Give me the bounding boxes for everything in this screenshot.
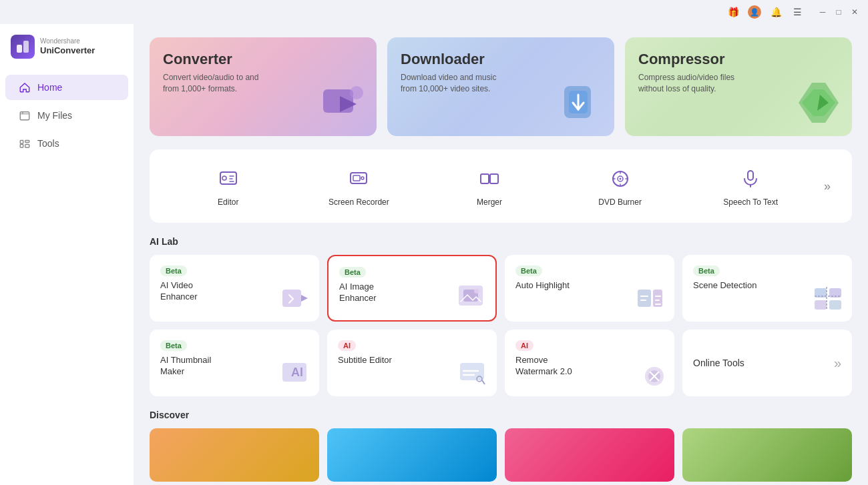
auto-highlight-badge: Beta bbox=[515, 266, 542, 276]
ai-thumbnail-badge: Beta bbox=[160, 340, 187, 351]
downloader-title: Downloader bbox=[401, 51, 601, 68]
ai-video-enhancer-icon bbox=[279, 282, 312, 315]
svg-point-24 bbox=[619, 178, 621, 180]
ai-lab-title: AI Lab bbox=[150, 236, 852, 247]
tools-row: Editor Screen Recorder bbox=[150, 149, 852, 223]
converter-card[interactable]: Converter Convert video/audio to and fro… bbox=[150, 37, 377, 136]
discover-img-2 bbox=[327, 428, 497, 482]
compressor-card[interactable]: Compressor Compress audio/video files wi… bbox=[625, 37, 852, 136]
ai-lab-grid: Beta AI VideoEnhancer Beta AI ImageEnhan… bbox=[150, 255, 852, 396]
sidebar-item-home[interactable]: Home bbox=[5, 75, 128, 100]
svg-rect-5 bbox=[25, 141, 29, 143]
sidebar-item-myfiles[interactable]: My Files bbox=[5, 103, 128, 128]
myfiles-icon bbox=[19, 109, 31, 121]
svg-rect-6 bbox=[25, 145, 29, 148]
home-icon bbox=[19, 81, 31, 93]
title-bar: 🎁 👤 🔔 ☰ ─ □ ✕ bbox=[0, 0, 868, 24]
home-label: Home bbox=[37, 82, 62, 93]
app-layout: Wondershare UniConverter Home My Files bbox=[0, 24, 868, 485]
online-tools-card[interactable]: Online Tools » bbox=[682, 330, 852, 396]
tools-more-button[interactable]: » bbox=[816, 174, 839, 199]
menu-icon[interactable]: ☰ bbox=[791, 5, 804, 19]
screen-recorder-label: Screen Recorder bbox=[329, 197, 389, 207]
ai-video-enhancer-badge: Beta bbox=[160, 266, 187, 276]
gift-icon[interactable]: 🎁 bbox=[726, 5, 740, 19]
scene-detection-badge: Beta bbox=[693, 266, 720, 276]
downloader-icon bbox=[554, 76, 608, 129]
discover-img-1 bbox=[150, 428, 319, 482]
svg-point-16 bbox=[222, 176, 226, 180]
subtitle-editor-badge: AI bbox=[338, 340, 356, 351]
svg-rect-0 bbox=[17, 45, 22, 53]
svg-point-19 bbox=[361, 177, 364, 179]
sidebar-item-tools[interactable]: Tools bbox=[5, 131, 128, 156]
tool-speech-to-text[interactable]: Speech To Text bbox=[685, 160, 816, 212]
tool-screen-recorder[interactable]: Screen Recorder bbox=[294, 160, 425, 212]
merger-label: Merger bbox=[477, 197, 502, 207]
remove-watermark-icon bbox=[634, 356, 668, 390]
subtitle-editor-card[interactable]: AI Subtitle Editor bbox=[327, 330, 497, 396]
tool-editor[interactable]: Editor bbox=[163, 160, 294, 212]
dvd-burner-label: DVD Burner bbox=[598, 197, 642, 207]
sidebar: Wondershare UniConverter Home My Files bbox=[0, 24, 134, 485]
user-icon[interactable]: 👤 bbox=[748, 5, 761, 19]
editor-label: Editor bbox=[218, 197, 238, 207]
screen-recorder-icon bbox=[345, 165, 372, 192]
remove-watermark-card[interactable]: AI RemoveWatermark 2.0 bbox=[505, 330, 674, 396]
maximize-button[interactable]: □ bbox=[833, 7, 844, 17]
discover-card-2[interactable] bbox=[327, 428, 497, 482]
svg-text:AI: AI bbox=[291, 366, 303, 379]
converter-icon bbox=[316, 76, 370, 129]
logo-icon bbox=[11, 35, 35, 59]
online-tools-title: Online Tools bbox=[693, 357, 744, 369]
bell-icon[interactable]: 🔔 bbox=[769, 5, 783, 19]
remove-watermark-badge: AI bbox=[515, 340, 533, 351]
tool-dvd-burner[interactable]: DVD Burner bbox=[555, 160, 686, 212]
downloader-card[interactable]: Downloader Download video and music from… bbox=[387, 37, 614, 136]
scene-detection-icon bbox=[812, 282, 845, 315]
merger-icon bbox=[476, 165, 503, 192]
minimize-button[interactable]: ─ bbox=[817, 7, 828, 17]
auto-highlight-card[interactable]: Beta Auto Highlight bbox=[505, 255, 674, 322]
discover-card-4[interactable] bbox=[682, 428, 852, 482]
editor-icon bbox=[215, 165, 242, 192]
svg-rect-4 bbox=[20, 145, 23, 148]
speech-to-text-icon bbox=[737, 165, 764, 192]
ai-thumbnail-maker-card[interactable]: Beta AI ThumbnailMaker AI bbox=[150, 330, 319, 396]
window-controls: ─ □ ✕ bbox=[817, 7, 860, 17]
sidebar-logo: Wondershare UniConverter bbox=[0, 35, 134, 72]
svg-rect-30 bbox=[638, 290, 651, 307]
compressor-title: Compressor bbox=[638, 51, 839, 68]
converter-desc: Convert video/audio to and from 1,000+ f… bbox=[163, 72, 270, 95]
discover-img-3 bbox=[505, 428, 674, 482]
logo-text: Wondershare UniConverter bbox=[40, 37, 95, 56]
myfiles-label: My Files bbox=[37, 110, 72, 121]
svg-rect-18 bbox=[353, 175, 360, 181]
ai-video-enhancer-card[interactable]: Beta AI VideoEnhancer bbox=[150, 255, 319, 322]
svg-rect-21 bbox=[490, 174, 498, 183]
svg-rect-3 bbox=[20, 141, 23, 144]
downloader-desc: Download video and music from 10,000+ vi… bbox=[401, 72, 507, 95]
compressor-icon bbox=[792, 76, 845, 129]
svg-rect-1 bbox=[23, 41, 29, 53]
svg-rect-25 bbox=[748, 171, 753, 180]
discover-card-1[interactable] bbox=[150, 428, 319, 482]
ai-image-enhancer-icon bbox=[455, 280, 489, 314]
close-button[interactable]: ✕ bbox=[849, 7, 860, 17]
ai-image-enhancer-badge: Beta bbox=[339, 267, 366, 278]
ai-image-enhancer-card[interactable]: Beta AI ImageEnhancer bbox=[327, 255, 497, 322]
compressor-desc: Compress audio/video files without loss … bbox=[638, 72, 745, 95]
converter-title: Converter bbox=[163, 51, 363, 68]
subtitle-editor-icon bbox=[457, 356, 490, 390]
tool-merger[interactable]: Merger bbox=[424, 160, 555, 212]
svg-rect-35 bbox=[829, 300, 841, 310]
tools-label: Tools bbox=[37, 138, 59, 149]
discover-card-3[interactable] bbox=[505, 428, 674, 482]
tools-icon bbox=[19, 137, 31, 149]
speech-to-text-label: Speech To Text bbox=[723, 197, 778, 207]
scene-detection-card[interactable]: Beta Scene Detection bbox=[682, 255, 852, 322]
ai-thumbnail-icon: AI bbox=[279, 356, 312, 390]
discover-title: Discover bbox=[150, 410, 852, 420]
auto-highlight-icon bbox=[634, 282, 668, 315]
main-content: Converter Convert video/audio to and fro… bbox=[134, 24, 868, 485]
